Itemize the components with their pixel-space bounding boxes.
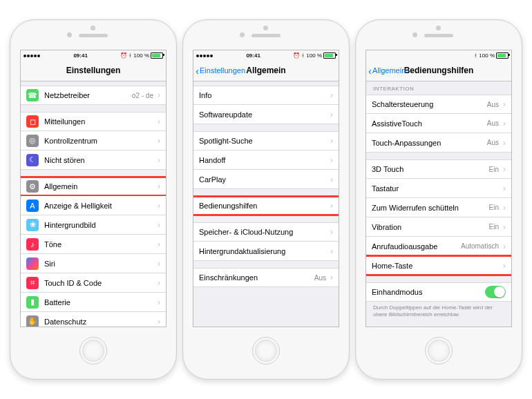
row-label: AssistiveTouch [372,119,487,128]
screen-1: 09:41 ⏰ ᚼ 100 % Einstellungen ☎Netzbetre… [20,50,167,327]
row-label: Touch-Anpassungen [372,139,487,147]
settings-list[interactable]: ☎Netzbetreibero2 - de›◻Mitteilungen›◎Kon… [21,81,166,327]
row-home-taste[interactable]: Home-Taste› [366,256,511,275]
row-label: Siri [44,260,158,268]
row-nicht-stoeren[interactable]: ☾Nicht stören› [21,150,166,170]
settings-group: Einhandmodus [366,282,511,302]
battery-icon [151,52,163,59]
chevron-right-icon: › [503,164,506,174]
home-button[interactable] [252,337,280,364]
settings-group: EinschränkungenAus› [193,268,339,287]
row-3d-touch[interactable]: 3D TouchEin› [366,159,511,179]
row-toene[interactable]: ♪Töne› [21,235,166,254]
battery-icon [323,52,336,59]
chevron-right-icon: › [158,240,160,249]
row-label: Batterie [44,298,158,306]
phone-2: 09:41 ⏰ ᚼ 100 % ‹ Einstellungen Allgemei… [182,19,350,380]
row-allgemein[interactable]: ⚙Allgemein› [21,177,166,196]
row-kontrollzentrum[interactable]: ◎Kontrollzentrum› [21,131,166,150]
row-touch-anpassungen[interactable]: Touch-AnpassungenAus› [366,133,511,153]
alarm-icon: ⏰ [120,52,127,59]
row-detail: Aus [314,274,326,282]
row-schaltersteuerung[interactable]: SchaltersteuerungAus› [366,95,511,114]
chevron-right-icon: › [503,184,506,193]
chevron-right-icon: › [330,155,333,165]
row-hintergrund-icon: ❀ [26,219,39,231]
row-label: Speicher- & iCloud-Nutzung [199,228,330,236]
row-label: Einhandmodus [372,288,485,296]
settings-group: Speicher- & iCloud-Nutzung›Hintergrundak… [193,222,339,261]
settings-group: INTERAKTIONSchaltersteuerungAus›Assistiv… [366,86,511,153]
home-button[interactable] [425,337,453,364]
chevron-right-icon: › [158,317,160,327]
chevron-right-icon: › [503,242,506,251]
row-label: Softwareupdate [199,110,330,119]
chevron-right-icon: › [158,259,160,269]
row-kontrollzentrum-icon: ◎ [26,135,39,147]
row-label: Einschränkungen [199,273,314,282]
row-carplay[interactable]: CarPlay› [193,170,339,189]
row-anzeige[interactable]: AAnzeige & Helligkeit› [21,196,166,215]
row-anrufaudio[interactable]: AnrufaudioausgabeAutomatisch› [366,237,511,256]
row-einhandmodus[interactable]: Einhandmodus [366,282,511,302]
chevron-left-icon: ‹ [196,66,199,76]
chevron-right-icon: › [158,182,160,191]
row-nicht-stoeren-icon: ☾ [26,154,39,166]
row-label: Touch ID & Code [44,279,158,287]
row-detail: Automatisch [461,242,499,250]
row-label: Hintergrundbild [44,221,158,229]
bluetooth-icon: ᚼ [301,52,305,59]
row-einschraenkungen[interactable]: EinschränkungenAus› [193,268,339,287]
settings-group: ⚙Allgemein›AAnzeige & Helligkeit›❀Hinter… [21,177,166,327]
row-softwareupdate[interactable]: Softwareupdate› [193,105,339,124]
row-detail: Ein [489,166,499,173]
nav-bar: ‹ Einstellungen Allgemein [193,60,339,81]
row-schuetteln[interactable]: Zum Widerrufen schüttelnEin› [366,198,511,217]
row-allgemein-icon: ⚙ [26,180,39,193]
row-detail: o2 - de [132,92,153,99]
nav-back[interactable]: ‹ Allgemein [366,66,406,76]
row-label: Bedienungshilfen [199,202,330,210]
home-button[interactable] [79,337,107,364]
chevron-right-icon: › [503,203,506,213]
row-netzbetreiber[interactable]: ☎Netzbetreibero2 - de› [21,86,166,105]
nav-back[interactable]: ‹ Einstellungen [193,66,245,76]
row-assistivetouch[interactable]: AssistiveTouchAus› [366,114,511,133]
row-mitteilungen[interactable]: ◻Mitteilungen› [21,112,166,131]
row-vibration[interactable]: VibrationEin› [366,217,511,237]
nav-bar: Einstellungen [21,60,166,81]
row-spotlight[interactable]: Spotlight-Suche› [193,131,339,150]
row-hintergrundakt[interactable]: Hintergrundaktualisierung› [193,242,339,261]
toggle-switch[interactable] [485,286,506,298]
row-hintergrund[interactable]: ❀Hintergrundbild› [21,215,166,235]
general-list[interactable]: Info›Softwareupdate›Spotlight-Suche›Hand… [193,81,339,327]
signal-dots-icon [196,52,213,59]
row-handoff[interactable]: Handoff› [193,150,339,170]
row-detail: Aus [487,119,499,127]
row-datenschutz[interactable]: ✋Datenschutz› [21,312,166,327]
accessibility-list[interactable]: INTERAKTIONSchaltersteuerungAus›Assistiv… [366,81,511,327]
chevron-right-icon: › [503,261,506,271]
row-label: Spotlight-Suche [199,137,330,145]
row-tastatur[interactable]: Tastatur› [366,179,511,198]
chevron-right-icon: › [503,138,506,148]
row-label: Nicht stören [44,156,158,164]
row-speicher[interactable]: Speicher- & iCloud-Nutzung› [193,222,339,242]
row-batterie[interactable]: ▮Batterie› [21,293,166,312]
battery-pct: 100 % [306,52,322,59]
row-detail: Ein [489,223,499,231]
row-label: Tastatur [372,184,503,193]
row-siri[interactable]: Siri› [21,254,166,273]
stage: 09:41 ⏰ ᚼ 100 % Einstellungen ☎Netzbetre… [0,0,532,399]
bluetooth-icon: ᚼ [474,52,477,59]
chevron-left-icon: ‹ [368,66,372,76]
row-anzeige-icon: A [26,200,39,212]
row-touchid[interactable]: ⌗Touch ID & Code› [21,273,166,293]
chevron-right-icon: › [158,201,160,211]
row-bedienungshilfen[interactable]: Bedienungshilfen› [193,196,339,215]
chevron-right-icon: › [503,222,506,232]
chevron-right-icon: › [330,175,333,184]
bluetooth-icon: ᚼ [129,52,132,59]
row-info[interactable]: Info› [193,86,339,105]
battery-pct: 100 % [133,52,149,59]
